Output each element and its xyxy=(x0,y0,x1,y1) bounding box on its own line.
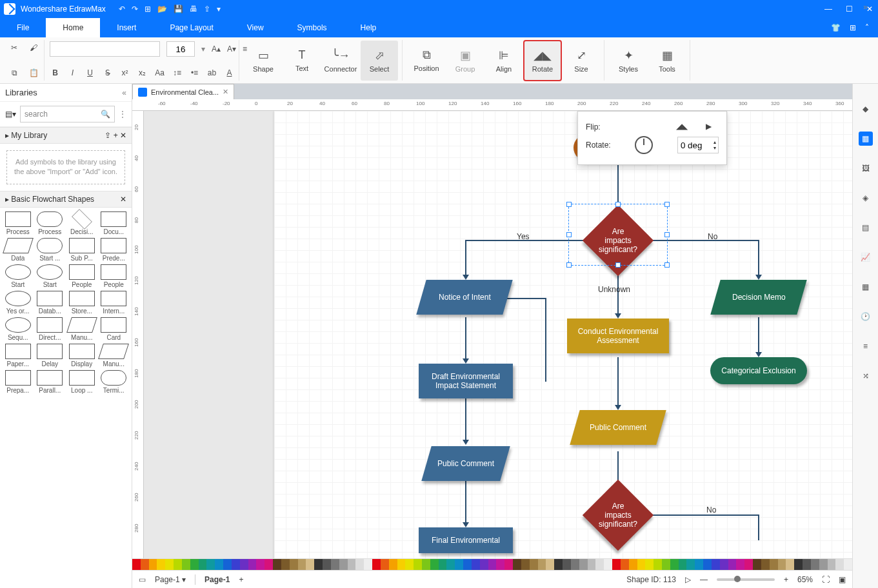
color-swatch[interactable] xyxy=(803,559,811,570)
highlight-icon[interactable]: ab xyxy=(206,66,217,79)
color-palette-strip[interactable] xyxy=(132,558,852,570)
shape-stencil[interactable]: Prede... xyxy=(99,238,130,262)
color-swatch[interactable] xyxy=(770,559,778,570)
color-swatch[interactable] xyxy=(530,559,538,570)
canvas[interactable]: 20406080100120140160180200220240260280 F… xyxy=(132,111,852,558)
color-swatch[interactable] xyxy=(504,559,513,570)
node-final-eis[interactable]: Final Environmental xyxy=(419,527,513,553)
color-swatch[interactable] xyxy=(405,559,414,570)
color-swatch[interactable] xyxy=(480,559,488,570)
color-swatch[interactable] xyxy=(612,559,621,570)
color-swatch[interactable] xyxy=(463,559,472,570)
font-name-select[interactable] xyxy=(50,41,160,57)
add-page-button[interactable]: + xyxy=(239,575,243,584)
subscript-icon[interactable]: x₂ xyxy=(137,66,148,79)
shape-stencil[interactable]: Data xyxy=(3,238,34,262)
rotate-button[interactable]: ◢◣Rotate xyxy=(524,41,561,81)
node-draft-eis[interactable]: Draft Environmental Impact Statement xyxy=(419,364,513,398)
color-swatch[interactable] xyxy=(819,559,828,570)
image-tool-icon[interactable]: 🖼 xyxy=(859,161,873,175)
color-swatch[interactable] xyxy=(331,559,339,570)
select-button[interactable]: ⬀Select xyxy=(361,41,398,81)
my-library-header[interactable]: My Library xyxy=(11,131,47,140)
paste-icon[interactable]: 📋 xyxy=(27,66,40,79)
close-section-icon[interactable]: ✕ xyxy=(120,195,126,204)
color-swatch[interactable] xyxy=(455,559,463,570)
color-swatch[interactable] xyxy=(389,559,397,570)
import-icon[interactable]: ⇪ xyxy=(105,131,111,140)
strike-icon[interactable]: S̶ xyxy=(102,66,113,79)
redo-icon[interactable]: ↷ xyxy=(132,5,138,14)
color-swatch[interactable] xyxy=(439,559,447,570)
right-collapse-icon[interactable]: » xyxy=(863,3,868,12)
size-button[interactable]: ⤢Size xyxy=(563,41,600,81)
color-swatch[interactable] xyxy=(174,559,182,570)
color-swatch[interactable] xyxy=(662,559,670,570)
presentation-icon[interactable]: ▷ xyxy=(685,575,691,584)
page-selector[interactable]: Page-1 ▾ xyxy=(155,575,186,584)
styles-button[interactable]: ✦Styles xyxy=(610,41,647,81)
shape-stencil[interactable]: Sub P... xyxy=(66,238,97,262)
chart-tool-icon[interactable]: 📈 xyxy=(859,250,873,264)
shape-stencil[interactable]: Start xyxy=(3,264,34,288)
color-swatch[interactable] xyxy=(811,559,819,570)
menu-file[interactable]: File xyxy=(0,18,46,37)
color-swatch[interactable] xyxy=(753,559,761,570)
libraries-collapse-icon[interactable]: « xyxy=(122,88,126,97)
color-swatch[interactable] xyxy=(264,559,273,570)
color-swatch[interactable] xyxy=(446,559,455,570)
color-swatch[interactable] xyxy=(281,559,290,570)
shuffle-icon[interactable]: ⤮ xyxy=(859,369,873,383)
decrease-font-icon[interactable]: A▾ xyxy=(227,43,236,55)
color-swatch[interactable] xyxy=(182,559,190,570)
color-swatch[interactable] xyxy=(422,559,430,570)
node-decision-memo[interactable]: Decision Memo xyxy=(710,280,806,315)
save-icon[interactable]: 💾 xyxy=(174,5,183,14)
layers-icon[interactable]: ◈ xyxy=(859,191,873,205)
open-icon[interactable]: 📂 xyxy=(157,5,167,14)
shape-stencil[interactable]: Parall... xyxy=(35,370,66,394)
color-swatch[interactable] xyxy=(604,559,612,570)
shape-stencil[interactable]: Intern... xyxy=(99,291,130,315)
qat-more-icon[interactable]: ▾ xyxy=(217,5,221,14)
menu-insert[interactable]: Insert xyxy=(100,18,153,37)
color-swatch[interactable] xyxy=(306,559,314,570)
fit-page-icon[interactable]: ⛶ xyxy=(822,575,830,584)
shape-stencil[interactable]: Datab... xyxy=(35,291,66,315)
node-conduct-assessment[interactable]: Conduct Environmental Assessment xyxy=(567,318,669,353)
color-swatch[interactable] xyxy=(794,559,803,570)
color-swatch[interactable] xyxy=(141,559,149,570)
color-swatch[interactable] xyxy=(645,559,654,570)
color-swatch[interactable] xyxy=(248,559,257,570)
flip-horizontal-icon[interactable]: ◢◣ xyxy=(676,122,689,132)
library-picker-icon[interactable]: ▤▾ xyxy=(5,110,16,119)
color-swatch[interactable] xyxy=(844,559,852,570)
shape-stencil[interactable]: Process xyxy=(35,211,66,235)
node-categorical-exclusion[interactable]: Categorical Exclusion xyxy=(710,357,807,384)
color-swatch[interactable] xyxy=(621,559,629,570)
shape-stencil[interactable]: Manu... xyxy=(99,344,130,368)
color-swatch[interactable] xyxy=(579,559,588,570)
shape-stencil[interactable]: Delay xyxy=(35,344,66,368)
page-props-icon[interactable]: ▤ xyxy=(859,220,873,235)
rotate-value-input[interactable] xyxy=(678,137,712,153)
shape-stencil[interactable]: Display xyxy=(66,344,97,368)
connector-button[interactable]: ╰→Connector xyxy=(322,41,359,81)
color-swatch[interactable] xyxy=(232,559,240,570)
color-swatch[interactable] xyxy=(538,559,546,570)
color-swatch[interactable] xyxy=(744,559,753,570)
flowchart-shapes-header[interactable]: Basic Flowchart Shapes xyxy=(11,195,94,204)
color-swatch[interactable] xyxy=(355,559,364,570)
zoom-in-button[interactable]: + xyxy=(784,575,788,584)
position-button[interactable]: ⧉Position xyxy=(408,41,445,81)
menu-symbols[interactable]: Symbols xyxy=(281,18,344,37)
close-section-icon[interactable]: ✕ xyxy=(120,131,126,140)
shape-stencil[interactable]: Start xyxy=(35,264,66,288)
font-size-select[interactable] xyxy=(166,41,195,57)
color-swatch[interactable] xyxy=(521,559,530,570)
zoom-slider[interactable] xyxy=(717,578,775,581)
color-swatch[interactable] xyxy=(496,559,504,570)
color-swatch[interactable] xyxy=(571,559,579,570)
document-tab[interactable]: Environmental Clea... ✕ xyxy=(132,84,234,99)
color-swatch[interactable] xyxy=(298,559,306,570)
